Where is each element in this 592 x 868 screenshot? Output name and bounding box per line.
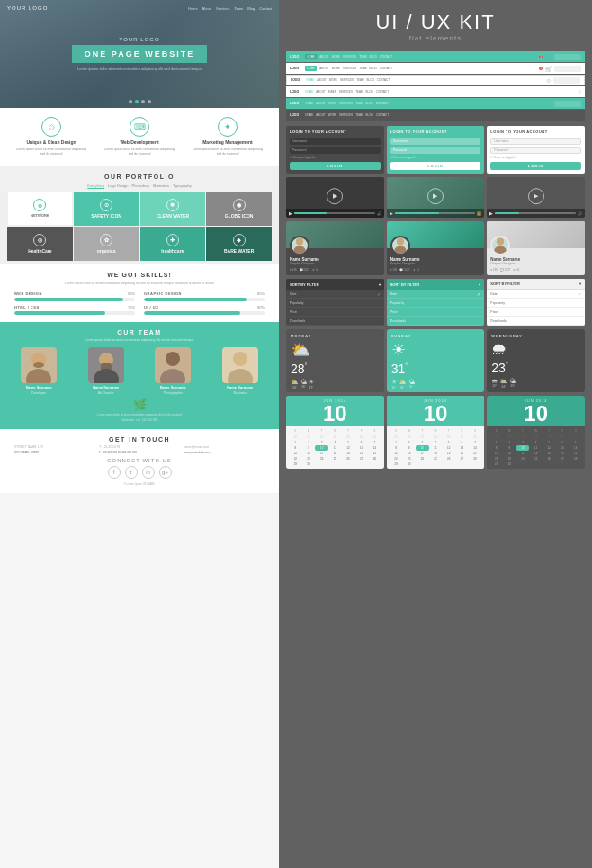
vol-icon-3[interactable]: 🔊 [578, 211, 582, 216]
nb1-work[interactable]: WORK [332, 55, 340, 58]
login-white-username[interactable]: Username [490, 138, 581, 145]
nb3-settings-icon[interactable]: ⚙ [546, 77, 551, 84]
nb2-contact[interactable]: CONTACT [380, 67, 392, 70]
nb4-services[interactable]: SERVICES [339, 90, 353, 94]
nb1-blog[interactable]: BLOG [369, 55, 376, 58]
nb4-inner[interactable]: INNER [328, 90, 336, 94]
nav-home[interactable]: Home [188, 6, 198, 11]
dd-dark-price[interactable]: Price [286, 308, 384, 317]
nb1-cart-icon[interactable]: 🛒 [545, 54, 552, 60]
cd2-33[interactable]: 26 [442, 456, 455, 461]
nb2-work[interactable]: WORK [332, 67, 340, 70]
nb1-contact[interactable]: CONTACT [380, 55, 392, 58]
nb6-contact[interactable]: CONTACT [376, 113, 389, 117]
cd3-32[interactable]: 25 [529, 456, 543, 461]
nb6-services[interactable]: SERVICES [339, 113, 353, 117]
dd-white-date[interactable]: Date ✓ [487, 290, 585, 299]
nb4-blog[interactable]: BLOG [365, 90, 372, 94]
cd2-31[interactable]: 24 [416, 456, 429, 461]
nb1-about[interactable]: ABOUT [319, 55, 328, 58]
nb2-search[interactable] [554, 66, 581, 72]
nb4-home[interactable]: HOME [305, 90, 313, 94]
login-teal-username[interactable]: Username [390, 138, 481, 145]
dot-4[interactable] [148, 100, 151, 103]
cd1-37[interactable]: 30 [302, 461, 316, 467]
login-white-btn[interactable]: LOGIN [490, 162, 581, 170]
nb4-about[interactable]: ABOUT [316, 90, 325, 94]
vol-icon-2[interactable]: 📶 [477, 211, 481, 216]
social-facebook[interactable]: f [108, 466, 121, 479]
dd-teal-price[interactable]: Price [387, 308, 485, 317]
cd2-37[interactable]: 30 [402, 461, 416, 467]
cd2-34[interactable]: 27 [455, 456, 469, 461]
play-btn-2[interactable]: ▶ [427, 188, 444, 204]
dd-dark-dl[interactable]: Downloads [286, 317, 384, 326]
play-btn-3[interactable]: ▶ [528, 188, 544, 204]
login-teal-remember[interactable]: ☐ Keep me logged in [390, 156, 481, 159]
cd2-36[interactable]: 29 [390, 461, 403, 467]
nb2-services[interactable]: SERVICES [343, 67, 356, 70]
play-icon-2[interactable]: ▶ [390, 210, 393, 216]
dd-teal-pop[interactable]: Popularity [387, 299, 485, 308]
cd3-33[interactable]: 26 [543, 456, 556, 461]
nb6-team[interactable]: TEAM [355, 113, 363, 117]
cd3-31[interactable]: 24 [516, 456, 530, 461]
nb5-contact[interactable]: CONTACT [376, 102, 389, 105]
vol-icon-1[interactable]: 🔊 [377, 211, 381, 216]
dd-white-pop[interactable]: Popularity [487, 299, 585, 308]
cd1-34[interactable]: 27 [354, 456, 368, 461]
social-gplus[interactable]: g+ [159, 466, 172, 479]
nb2-team[interactable]: TEAM [359, 67, 366, 70]
nb3-search[interactable] [553, 77, 580, 84]
nav-blog[interactable]: Blog [247, 6, 255, 11]
nb1-team[interactable]: TEAM [359, 55, 366, 58]
pnav-illus[interactable]: Illustration [153, 183, 169, 188]
login-white-password[interactable]: Password [490, 147, 581, 154]
cd3-34[interactable]: 27 [556, 456, 570, 461]
dot-2[interactable] [135, 100, 139, 103]
nb5-blog[interactable]: BLOG [365, 102, 372, 105]
nav-about[interactable]: About [202, 6, 211, 11]
dd-dark-pop[interactable]: Popularity [286, 299, 384, 308]
nav-team[interactable]: Team [234, 6, 243, 11]
nb1-search[interactable] [554, 54, 581, 60]
nb3-about[interactable]: ABOUT [317, 78, 326, 82]
cd1-33[interactable]: 26 [342, 456, 355, 461]
pnav-everything[interactable]: Everything [87, 183, 104, 188]
nb2-blog[interactable]: BLOG [369, 67, 376, 70]
nb5-home[interactable]: HOME [305, 102, 313, 105]
dd-white-price[interactable]: Price [487, 308, 585, 317]
pnav-photo[interactable]: Photoshop [132, 183, 149, 188]
nb3-blog[interactable]: BLOG [366, 78, 373, 82]
nav-contact[interactable]: Contact [259, 6, 272, 11]
pnav-logo[interactable]: Logo Design [108, 183, 128, 188]
nb4-contact[interactable]: CONTACT [376, 90, 389, 94]
nb5-about[interactable]: ABOUT [316, 102, 325, 105]
nb5-services[interactable]: SERVICES [339, 102, 353, 105]
nb6-blog[interactable]: BLOG [365, 113, 372, 117]
nb1-services[interactable]: SERVICES [343, 55, 356, 58]
cd2-32[interactable]: 25 [429, 456, 443, 461]
play-btn-1[interactable]: ▶ [327, 188, 343, 204]
social-linkedin[interactable]: in [142, 466, 155, 479]
play-icon-3[interactable]: ▶ [489, 210, 493, 216]
nb5-team[interactable]: TEAM [355, 102, 363, 105]
login-teal-password[interactable]: Password [390, 147, 481, 154]
cd3-36[interactable]: 29 [489, 461, 503, 467]
nb4-team[interactable]: TEAM [355, 90, 363, 94]
dropdown-teal-header[interactable]: SORT BY FILTER ▾ [387, 279, 485, 290]
progress-bar-1[interactable] [294, 212, 375, 214]
dd-white-dl[interactable]: Downloads [487, 317, 585, 326]
cd3-35[interactable]: 28 [569, 456, 582, 461]
nb3-services[interactable]: SERVICES [340, 78, 354, 82]
nb6-home[interactable]: HOME [305, 113, 313, 117]
login-dark-btn[interactable]: LOGIN [290, 162, 381, 170]
login-dark-password[interactable]: Password [290, 147, 381, 154]
nb1-home[interactable]: HOME [305, 54, 317, 59]
dd-teal-date[interactable]: Date ✓ [387, 290, 485, 299]
login-white-remember[interactable]: ☐ Keep me logged in [490, 156, 581, 159]
progress-bar-2[interactable] [395, 212, 476, 214]
nav-services[interactable]: Services [216, 6, 229, 11]
login-dark-username[interactable]: Username [290, 138, 381, 145]
nb2-home[interactable]: HOME [305, 66, 317, 71]
